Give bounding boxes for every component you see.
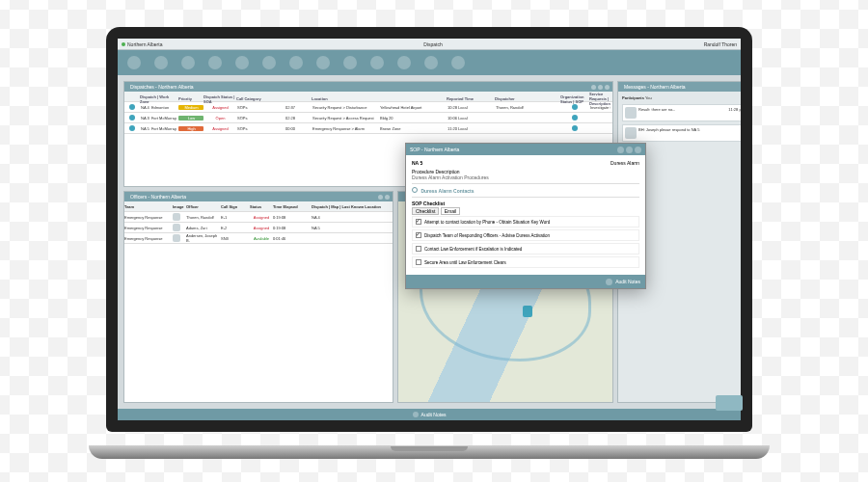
participants-label: Participants xyxy=(622,95,644,100)
col-header[interactable]: Dispatch | Map | Last Known Location xyxy=(312,204,393,209)
checklist-item[interactable]: Secure Area until Law Enforcement Clears xyxy=(412,256,639,268)
disp-cell: NA 5 xyxy=(312,226,393,230)
col-header[interactable]: Officer xyxy=(186,204,221,209)
checkbox[interactable] xyxy=(416,246,421,252)
close-icon[interactable] xyxy=(635,147,641,153)
calendar-icon[interactable] xyxy=(235,56,249,69)
desc-cell: Security Request > Access Request xyxy=(312,116,379,120)
checklist-body: Attempt to contact location by Phone - O… xyxy=(412,216,639,268)
checklist-item[interactable]: Dispatch Team of Responding Officers - A… xyxy=(412,229,639,241)
col-header[interactable]: Location xyxy=(312,96,379,101)
contact-icon[interactable] xyxy=(343,56,357,69)
officer-row[interactable]: Emergency Response Thoren, Randolf E-1 A… xyxy=(124,212,393,223)
name-cell: Thoren, Randolf xyxy=(186,215,221,220)
panel-action-icon[interactable] xyxy=(605,85,610,90)
dispatch-row[interactable]: NA 4 Edmonton Medium Assigned SOPs 02:37… xyxy=(124,102,612,113)
arrow-icon[interactable] xyxy=(181,56,195,69)
pin-icon[interactable] xyxy=(424,56,438,69)
group-icon[interactable] xyxy=(370,56,384,69)
modal-action-icon[interactable] xyxy=(617,147,624,153)
officer-row[interactable]: Emergency Response Andersen, Joseph B. S… xyxy=(124,233,393,244)
message-item[interactable]: BH: Joseph please respond to NA 5 xyxy=(622,124,741,142)
col-header[interactable]: Call Sign xyxy=(221,204,250,209)
modal-header[interactable]: SOP - Northern Alberta xyxy=(406,144,645,155)
col-header[interactable]: Image xyxy=(173,204,186,209)
loc-cell: Brown Zone xyxy=(379,126,447,131)
chat-icon[interactable] xyxy=(127,56,141,69)
checkbox[interactable] xyxy=(416,232,421,238)
modal-footer-label: Audit Notes xyxy=(615,279,640,284)
modal-action-icon[interactable] xyxy=(626,147,633,153)
sign-cell: E-2 xyxy=(221,226,250,230)
contacts-section[interactable]: Duress Alarm Contacts xyxy=(412,187,639,194)
sop-icon[interactable] xyxy=(572,104,578,110)
cell-id: NA 4 Edmonton xyxy=(140,105,178,110)
col-header[interactable]: Call Category xyxy=(236,96,285,101)
sign-cell: E-1 xyxy=(221,215,250,220)
officer-row[interactable]: Emergency Response Adams, Zuri E-2 Assig… xyxy=(124,223,393,233)
col-header[interactable]: Dispatch Status | SOA xyxy=(203,94,236,104)
gear-icon[interactable] xyxy=(451,56,465,69)
modal-tabs: Checklist Email xyxy=(412,208,639,214)
officers-title: Officers - Northern Alberta xyxy=(127,194,376,200)
team-cell: Emergency Response xyxy=(124,226,173,230)
dispatches-title: Dispatches - Northern Alberta xyxy=(127,84,589,90)
message-list: Result: there are no...11:28 pmBH: Josep… xyxy=(622,104,741,142)
sign-cell: SN3 xyxy=(221,236,250,241)
checklist-text: Contact Law Enforcement if Escalation is… xyxy=(424,247,522,252)
sop-icon[interactable] xyxy=(572,115,578,120)
user-label: Randolf Thoren xyxy=(704,41,737,47)
footer-icon[interactable] xyxy=(413,412,419,417)
status-led-icon xyxy=(122,42,125,46)
priority-badge: High xyxy=(178,126,203,131)
checklist-item[interactable]: Contact Law Enforcement if Escalation is… xyxy=(412,243,639,254)
col-header[interactable]: Dispatch | Work Zone xyxy=(140,94,178,104)
map-marker-icon[interactable] xyxy=(523,306,532,317)
clipboard-icon[interactable] xyxy=(289,56,303,69)
message-item[interactable]: Result: there are no...11:28 pm xyxy=(622,104,741,121)
region-label: Northern Alberta xyxy=(127,41,162,47)
checklist-text: Secure Area until Law Enforcement Clears xyxy=(424,260,506,265)
panel-action-icon[interactable] xyxy=(598,85,603,90)
modal-id: NA 5 xyxy=(412,160,422,166)
panel-action-icon[interactable] xyxy=(378,195,383,200)
send-button[interactable] xyxy=(716,395,741,411)
col-header[interactable]: Time Elapsed xyxy=(273,204,312,209)
col-header[interactable]: Reported Time xyxy=(447,96,495,101)
checkbox[interactable] xyxy=(416,259,421,265)
col-header[interactable]: Organization Status | SOP xyxy=(560,94,589,104)
avatar xyxy=(173,224,180,231)
headset-icon[interactable] xyxy=(154,56,168,69)
tab-email[interactable]: Email xyxy=(441,207,461,215)
col-header[interactable]: Team xyxy=(124,204,173,209)
list-icon[interactable] xyxy=(262,56,276,69)
dispatch-row[interactable]: NA 3 Fort McMurray Low Open SOPs 02:28 S… xyxy=(124,113,612,123)
panel-action-icon[interactable] xyxy=(591,85,596,90)
dispatch-row[interactable]: NA 5 Fort McMurray High Assigned SOPs 00… xyxy=(124,123,612,134)
status-cell: Assigned xyxy=(250,215,273,220)
desc-cell: Emergency Response > Alarm xyxy=(312,126,379,131)
dispatch-table-body: NA 4 Edmonton Medium Assigned SOPs 02:37… xyxy=(124,102,612,134)
col-header[interactable]: Priority xyxy=(178,96,203,101)
cell-id: NA 5 Fort McMurray xyxy=(140,126,178,131)
officers-table-body: Emergency Response Thoren, Randolf E-1 A… xyxy=(124,212,393,244)
message-text: BH: Joseph please respond to NA 5 xyxy=(638,127,741,139)
checkbox[interactable] xyxy=(416,219,421,225)
checklist-item[interactable]: Attempt to contact location by Phone - O… xyxy=(412,216,639,228)
col-header[interactable]: Status xyxy=(250,204,273,209)
message-time: 11:28 pm xyxy=(728,107,741,119)
row-marker-icon xyxy=(129,104,135,110)
officers-panel: Officers - Northern Alberta TeamImageOff… xyxy=(123,191,393,403)
block-icon[interactable] xyxy=(208,56,222,69)
priority-badge: Low xyxy=(178,116,203,120)
footer-icon[interactable] xyxy=(606,279,612,285)
sop-icon[interactable] xyxy=(572,125,578,131)
status-cell: Assigned xyxy=(203,126,236,131)
tab-checklist[interactable]: Checklist xyxy=(412,207,439,215)
status-cell: Assigned xyxy=(203,105,236,110)
col-header[interactable]: Dispatcher xyxy=(495,96,560,101)
route-icon[interactable] xyxy=(397,56,411,69)
people-icon[interactable] xyxy=(316,56,330,69)
panel-action-icon[interactable] xyxy=(385,195,390,200)
time-cell: 0:01:46 xyxy=(273,236,312,241)
